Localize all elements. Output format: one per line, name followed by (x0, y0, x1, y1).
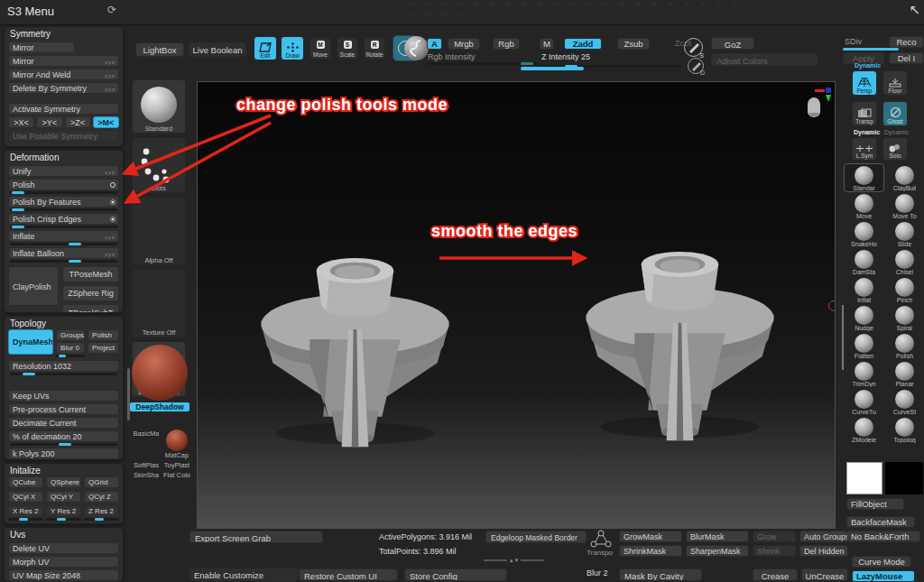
menu-item[interactable] (668, 3, 673, 5)
deformation-slider[interactable] (10, 243, 117, 245)
deformation-button[interactable]: Unify xyz (8, 165, 119, 177)
brush-item[interactable]: Spiral (885, 304, 924, 331)
menu-item[interactable] (440, 14, 446, 16)
res-slider[interactable] (84, 518, 119, 521)
menu-item[interactable] (684, 3, 689, 5)
uncrease-button[interactable]: UnCrease (801, 568, 848, 581)
rgb-intensity-slider[interactable] (427, 62, 539, 65)
floor-button[interactable]: Floor (882, 70, 908, 96)
brush-item[interactable]: Topolog (885, 416, 924, 443)
menu-item[interactable] (619, 3, 624, 5)
store-config-button[interactable]: Store Config (404, 568, 507, 581)
rgb-button[interactable]: Rgb (493, 38, 520, 50)
edgeloop-masked-border-button[interactable]: Edgeloop Masked Border (485, 531, 587, 543)
lightbox-button[interactable]: LightBox (135, 42, 184, 57)
material-sphere-icon[interactable] (404, 36, 429, 60)
brush-item[interactable]: Flatten (845, 332, 883, 359)
record-button[interactable]: Reco (889, 36, 924, 48)
curve-mode-button[interactable]: Curve Mode (852, 556, 911, 568)
polish-mode-toggle-icon[interactable] (110, 199, 116, 205)
brush-item[interactable]: Nudge (845, 304, 883, 331)
topology-slider[interactable] (10, 443, 117, 446)
zadd-button[interactable]: Zadd (564, 38, 602, 50)
groups-button[interactable]: Groups (56, 329, 85, 341)
menu-item[interactable] (603, 3, 608, 5)
brush-item[interactable]: ZModele (845, 416, 883, 443)
brush-item[interactable]: CurveSt (885, 388, 924, 415)
material-swatch[interactable]: SoftPlas (132, 461, 161, 469)
rotate-button[interactable]: R Rotate (364, 37, 385, 60)
uvs-button[interactable]: UV Map Size 2048 (8, 569, 119, 581)
topology-button[interactable]: % of decimation 20 (8, 430, 119, 442)
mask-button[interactable]: GrowMask (619, 531, 682, 542)
enable-customize-button[interactable]: Enable Customize (189, 568, 298, 581)
brush-item[interactable]: TrimDyn (845, 360, 883, 387)
ghost-button[interactable]: Ghost (882, 101, 908, 126)
menu-item[interactable] (424, 3, 430, 5)
divider-arrows-icon[interactable]: ▲▼ (484, 558, 544, 563)
mask-button[interactable]: Shrink (753, 545, 796, 557)
radial-r-button[interactable]: (R) (8, 145, 30, 147)
menu-item[interactable] (700, 3, 706, 5)
resolution-slider[interactable] (10, 373, 117, 375)
menu-item[interactable] (635, 3, 641, 5)
menu-item[interactable] (587, 3, 592, 5)
material-swatch[interactable]: SkinSha (132, 471, 161, 479)
fillobject-button[interactable]: FillObject (846, 498, 904, 510)
z-intensity-label[interactable]: Z Intensity 25 (541, 52, 590, 61)
project-button[interactable]: Project (88, 342, 119, 354)
scale-button[interactable]: S Scale (337, 37, 358, 60)
brush-item[interactable]: ClayBuil (885, 164, 924, 191)
refresh-icon[interactable]: ⟳ (107, 4, 116, 16)
scrollbar[interactable] (842, 305, 844, 370)
menu-item[interactable] (781, 3, 787, 5)
deformation-slider[interactable] (10, 208, 117, 211)
initialize-button[interactable]: QCyl Z (84, 491, 119, 503)
mask-button[interactable]: Auto Groups (799, 531, 848, 542)
material-swatch[interactable]: Flat Colo (162, 471, 191, 479)
sdiv-label[interactable]: SDiv (845, 37, 862, 46)
menu-item[interactable] (408, 3, 413, 5)
brush-item[interactable]: Slide (885, 220, 924, 247)
axis-toggle-icons[interactable]: xyz (105, 84, 116, 94)
menu-item[interactable] (749, 3, 754, 5)
color-swatch-black[interactable] (885, 462, 923, 494)
m-button[interactable]: M (540, 38, 554, 50)
uvs-button[interactable]: Morph UV (8, 556, 119, 568)
deformation-button[interactable]: Polish Crisp Edges (8, 213, 119, 225)
deformation-button[interactable]: Polish (8, 179, 119, 190)
menu-item[interactable] (424, 14, 430, 16)
blur-button[interactable]: Blur 0 (56, 342, 85, 354)
menu-item[interactable] (457, 14, 462, 16)
mask-by-cavity-button[interactable]: Mask By Cavity (619, 568, 702, 581)
mirror-button[interactable]: Mirror (8, 42, 75, 53)
menu-item[interactable] (716, 3, 722, 5)
symmetry-button[interactable]: Delete By Symmetryxyz (8, 82, 119, 94)
rgb-intensity-label[interactable]: Rgb Intensity (428, 52, 476, 61)
color-swatch-white[interactable] (846, 462, 882, 494)
export-screen-grab-button[interactable]: Export Screen Grab (189, 531, 323, 543)
zsphere-rig-button[interactable]: ZSphere Rig (62, 285, 119, 301)
deformation-button[interactable]: Inflate Balloon xyz (8, 247, 119, 259)
initialize-button[interactable]: QCyl Y (46, 491, 81, 503)
del-button[interactable]: Del I (889, 52, 924, 64)
scrollbar[interactable] (127, 368, 130, 420)
sdiv-slider[interactable] (843, 48, 899, 51)
menu-item[interactable] (505, 3, 511, 5)
axis-button[interactable]: >M< (93, 116, 119, 128)
deformation-slider[interactable] (10, 260, 117, 263)
current-material-tile[interactable]: DeepShadow (130, 345, 189, 419)
transp-button[interactable]: Transp (852, 101, 877, 126)
material-swatch[interactable]: BasicMa (132, 430, 161, 459)
mask-button[interactable]: BlurMask (686, 531, 749, 542)
menu-item[interactable] (408, 14, 413, 16)
initialize-button[interactable]: QCube (8, 476, 43, 488)
deformation-slider[interactable] (10, 191, 117, 194)
topology-button[interactable]: k Polys 200 (8, 448, 119, 459)
persp-button[interactable]: Persp (852, 70, 877, 96)
mask-button[interactable]: Grow (753, 531, 796, 542)
axis-toggle-icons[interactable]: xyz (105, 167, 116, 177)
tpose-subt-button[interactable]: TPose|SubT (62, 304, 119, 313)
zsub-button[interactable]: Zsub (617, 38, 650, 50)
solo-button[interactable]: Solo (882, 137, 908, 161)
